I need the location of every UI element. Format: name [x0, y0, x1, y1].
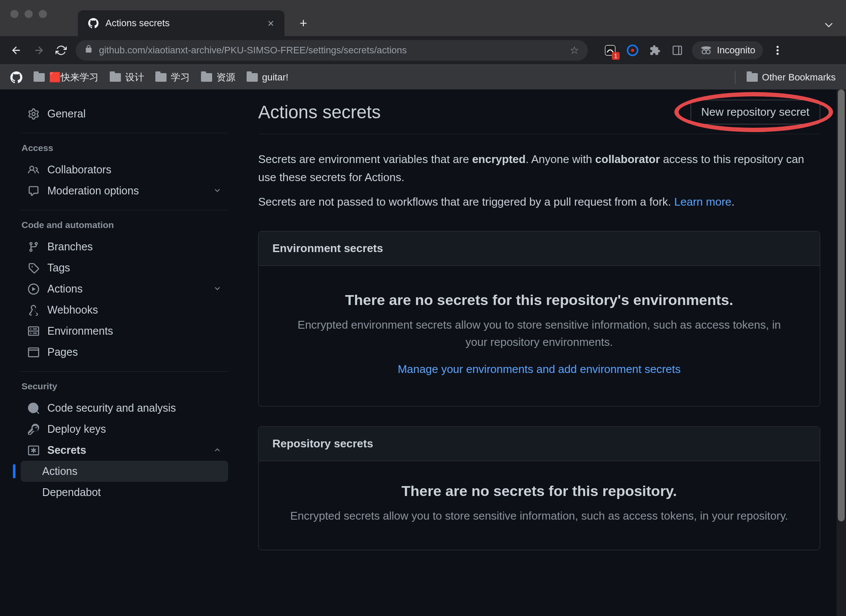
people-icon: [28, 164, 40, 176]
sidebar-item-moderation[interactable]: Moderation options: [21, 180, 228, 201]
traffic-light-minimize[interactable]: [25, 10, 33, 18]
traffic-light-close[interactable]: [10, 10, 19, 18]
sidebar-item-general[interactable]: General: [21, 103, 228, 124]
intro-text-1: Secrets are environment variables that a…: [258, 151, 820, 186]
traffic-light-zoom[interactable]: [39, 10, 47, 18]
divider: [21, 210, 228, 210]
svg-point-6: [702, 50, 706, 54]
new-tab-button[interactable]: +: [293, 13, 314, 34]
bookmark-folder[interactable]: 设计: [110, 71, 144, 84]
sidebar-item-environments[interactable]: Environments: [21, 320, 228, 342]
bookmark-folder[interactable]: guitar!: [247, 72, 288, 83]
chevron-up-icon: [213, 444, 221, 456]
divider: [21, 133, 228, 133]
webhook-icon: [28, 304, 40, 316]
svg-point-11: [777, 53, 779, 55]
sidebar-sub-dependabot[interactable]: Dependabot: [21, 482, 228, 503]
toolbar-icons: 1 Incognito: [602, 41, 785, 59]
kebab-menu-icon[interactable]: [770, 43, 785, 58]
reload-button[interactable]: [53, 43, 69, 58]
svg-point-9: [777, 46, 779, 48]
repository-secrets-panel: Repository secrets There are no secrets …: [258, 426, 820, 550]
folder-icon: [155, 73, 167, 82]
svg-point-10: [777, 49, 779, 52]
group-label-access: Access: [22, 143, 228, 153]
incognito-icon: [700, 44, 713, 57]
forward-button[interactable]: [31, 43, 46, 58]
scrollbar-thumb[interactable]: [838, 89, 845, 521]
separator: [735, 71, 735, 84]
sidebar-item-code-security[interactable]: Code security and analysis: [21, 397, 228, 419]
annotation-highlight: New repository secret: [691, 100, 820, 124]
incognito-badge[interactable]: Incognito: [692, 41, 763, 59]
server-icon: [28, 325, 40, 337]
group-label-code: Code and automation: [22, 220, 228, 230]
close-icon[interactable]: ×: [268, 18, 274, 29]
bookmark-star-icon[interactable]: ☆: [570, 44, 579, 56]
panel-title: Environment secrets: [259, 231, 820, 266]
empty-description: Encrypted secrets allow you to store sen…: [276, 507, 803, 524]
panel-body: There are no secrets for this repository…: [259, 461, 820, 549]
branch-icon: [28, 241, 40, 253]
other-bookmarks[interactable]: Other Bookmarks: [747, 72, 836, 83]
scrollbar[interactable]: [837, 89, 846, 616]
group-label-security: Security: [22, 381, 228, 391]
asterisk-icon: [28, 444, 40, 456]
comment-icon: [28, 185, 40, 197]
side-panel-icon[interactable]: [670, 43, 685, 58]
sidebar-item-actions[interactable]: Actions: [21, 278, 228, 299]
svg-rect-3: [673, 46, 682, 55]
play-icon: [28, 283, 40, 295]
browser-tab-active[interactable]: Actions secrets ×: [78, 10, 284, 36]
sidebar-item-pages[interactable]: Pages: [21, 342, 228, 363]
bookmark-folder[interactable]: 学习: [155, 71, 190, 84]
folder-icon: [34, 73, 45, 82]
folder-icon: [110, 73, 121, 82]
sidebar-item-secrets[interactable]: Secrets: [21, 440, 228, 461]
chevron-down-icon: [213, 185, 221, 197]
new-repository-secret-button[interactable]: New repository secret: [691, 100, 820, 124]
github-icon: [88, 18, 99, 28]
empty-title: There are no secrets for this repository…: [276, 483, 803, 499]
svg-point-7: [706, 50, 710, 54]
codescan-icon: [28, 402, 40, 414]
github-icon[interactable]: [10, 71, 22, 83]
lock-icon: [84, 45, 93, 56]
sidebar-item-webhooks[interactable]: Webhooks: [21, 299, 228, 320]
extension-1-icon[interactable]: 1: [602, 43, 618, 58]
folder-icon: [201, 73, 212, 82]
page-content: General Access Collaborators Moderation …: [0, 89, 846, 616]
url-text: github.com/xiaotianxt-archive/PKU-SIMSO-…: [99, 45, 564, 56]
panel-body: There are no secrets for this repository…: [259, 266, 820, 407]
tab-strip: Actions secrets × +: [0, 0, 846, 36]
sidebar-item-branches[interactable]: Branches: [21, 236, 228, 257]
manage-environments-link[interactable]: Manage your environments and add environ…: [398, 363, 681, 376]
badge: 1: [612, 52, 620, 60]
environment-secrets-panel: Environment secrets There are no secrets…: [258, 231, 820, 407]
divider: [21, 371, 228, 372]
empty-description: Encrypted environment secrets allow you …: [276, 316, 803, 351]
sidebar-item-deploy-keys[interactable]: Deploy keys: [21, 419, 228, 440]
bookmarks-bar: 🟥快来学习 设计 学习 资源 guitar! Other Bookmarks: [0, 65, 846, 89]
page-title: Actions secrets: [258, 102, 381, 123]
bookmark-folder[interactable]: 资源: [201, 71, 235, 84]
sidebar-sub-actions[interactable]: Actions: [21, 461, 228, 482]
tab-list-button[interactable]: [820, 16, 837, 34]
learn-more-link[interactable]: Learn more: [674, 195, 732, 208]
panel-title: Repository secrets: [259, 427, 820, 461]
bookmark-folder[interactable]: 🟥快来学习: [34, 71, 99, 84]
incognito-label: Incognito: [717, 45, 755, 56]
sidebar-item-collaborators[interactable]: Collaborators: [21, 159, 228, 180]
gear-icon: [28, 108, 40, 120]
back-button[interactable]: [9, 43, 24, 58]
window-controls: [10, 10, 47, 18]
folder-icon: [747, 73, 758, 82]
page-header: Actions secrets New repository secret: [258, 100, 820, 134]
chevron-down-icon: [213, 283, 221, 295]
omnibox[interactable]: github.com/xiaotianxt-archive/PKU-SIMSO-…: [76, 40, 588, 61]
empty-title: There are no secrets for this repository…: [276, 292, 803, 308]
extensions-puzzle-icon[interactable]: [647, 43, 663, 58]
tab-title: Actions secrets: [105, 18, 261, 29]
sidebar-item-tags[interactable]: Tags: [21, 257, 228, 278]
extension-2-icon[interactable]: [625, 43, 640, 58]
